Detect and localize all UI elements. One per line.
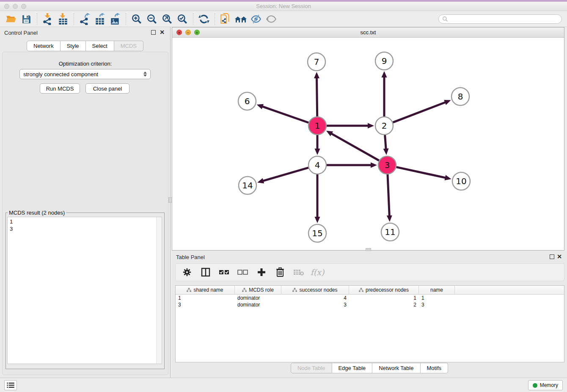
delete-table-button[interactable] [292,266,305,279]
add-column-button[interactable] [255,266,268,279]
window-minimize-button[interactable] [13,4,18,9]
graph-node-6[interactable]: 6 [238,92,256,110]
graph-edge-3-1[interactable] [331,133,379,160]
table-cell[interactable]: 1 [349,295,419,301]
table-cell[interactable]: dominator [235,302,281,308]
graph-node-15[interactable]: 15 [308,224,326,242]
memory-button[interactable]: Memory [528,380,563,390]
network-window-titlebar[interactable]: × − + scc.txt [172,28,564,38]
tab-motifs[interactable]: Motifs [420,363,448,373]
close-panel-button[interactable]: Close panel [85,83,129,94]
graph-node-7[interactable]: 7 [308,53,325,71]
table-cell[interactable]: 3 [281,302,349,308]
tab-network[interactable]: Network [27,41,61,51]
show-panels-button[interactable] [4,380,17,390]
import-table-button[interactable] [55,13,71,25]
graph-node-9[interactable]: 9 [375,52,393,70]
split-view-button[interactable] [199,266,212,279]
import-network-button[interactable] [40,13,55,25]
graph-edge-1-6[interactable] [262,106,308,123]
tab-node-table[interactable]: Node Table [291,363,332,373]
table-panel-float-button[interactable] [550,254,554,259]
control-panel-close-button[interactable]: ✕ [160,29,165,36]
graph-node-2[interactable]: 2 [375,117,393,135]
home-button[interactable] [233,13,248,25]
search-input[interactable] [448,15,561,23]
graph-edge-2-8[interactable] [393,102,446,122]
export-image-button[interactable] [107,13,123,25]
table-cell[interactable]: 3 [419,302,455,308]
delete-column-button[interactable] [274,266,286,279]
graph-edge-4-14[interactable] [263,168,308,181]
table-cell[interactable]: dominator [235,295,281,301]
zoom-selected-button[interactable] [175,13,190,25]
tab-select[interactable]: Select [86,41,114,51]
network-window-minimize-button[interactable]: − [185,30,191,35]
refresh-button[interactable] [196,13,212,25]
column-header-name[interactable]: name [419,286,455,294]
open-network-file-button[interactable] [218,13,233,25]
tab-network-table[interactable]: Network Table [372,363,420,373]
graph-edge-3-10[interactable] [396,167,446,178]
export-table-button[interactable] [92,13,107,25]
table-row[interactable]: 1dominator411 [176,295,564,301]
network-graph[interactable]: 7968124314101511 [172,38,564,250]
window-zoom-button[interactable] [21,4,26,9]
function-builder-button[interactable]: f(x) [311,266,324,279]
show-all-button[interactable] [264,13,279,25]
deselect-all-button[interactable] [237,266,249,279]
select-all-button[interactable] [218,266,231,279]
tab-style[interactable]: Style [61,41,86,51]
column-header-label: predecessor nodes [366,287,409,293]
graph-node-3[interactable]: 3 [378,156,396,174]
column-header-successor-nodes[interactable]: successor nodes [281,286,349,294]
window-close-button[interactable] [4,4,9,9]
import-network-icon [42,13,53,25]
graph-node-11[interactable]: 11 [381,223,399,241]
open-session-button[interactable] [3,13,19,25]
graph-node-14[interactable]: 14 [239,177,256,194]
node-table[interactable]: shared nameMCDS rolesuccessor nodesprede… [175,285,564,362]
table-row[interactable]: 3dominator323 [176,301,564,308]
table-header-row: shared nameMCDS rolesuccessor nodesprede… [176,286,564,295]
graph-node-10[interactable]: 10 [452,172,470,190]
mcds-result-scrollbar[interactable] [156,217,162,364]
select-stepper-icon [143,72,147,77]
table-cell[interactable]: 2 [349,302,419,308]
table-cell[interactable]: 1 [176,295,235,301]
run-mcds-button[interactable]: Run MCDS [40,83,80,94]
mcds-result-group: MCDS result (2 nodes) 1 3 [6,210,165,369]
tab-edge-table[interactable]: Edge Table [332,363,372,373]
graph-node-label: 15 [312,228,322,238]
graph-node-4[interactable]: 4 [308,156,326,174]
graph-edge-1-7[interactable] [317,77,317,116]
control-panel-float-button[interactable] [151,30,156,35]
graph-edge-arrowhead [383,149,389,155]
graph-edge-2-3[interactable] [385,135,386,149]
zoom-in-button[interactable] [129,13,144,25]
graph-node-8[interactable]: 8 [451,88,469,105]
table-cell[interactable]: 1 [419,295,455,301]
column-header-shared-name[interactable]: shared name [176,286,235,294]
table-cell[interactable]: 4 [281,295,349,301]
horizontal-splitter-handle[interactable] [366,248,371,251]
export-network-button[interactable] [77,13,92,25]
graph-edge-3-11[interactable] [388,174,389,216]
graph-edge-arrowhead [315,149,320,155]
tab-mcds[interactable]: MCDS [114,41,143,51]
zoom-out-button[interactable] [144,13,160,25]
criterion-select[interactable]: strongly connected component [19,69,151,79]
column-header-predecessor-nodes[interactable]: predecessor nodes [349,286,419,294]
table-cell[interactable]: 3 [176,302,235,308]
column-header-MCDS-role[interactable]: MCDS role [235,286,281,294]
table-settings-button[interactable] [181,266,193,279]
zoom-fit-button[interactable] [160,13,175,25]
network-window-close-button[interactable]: × [176,30,182,35]
network-window-zoom-button[interactable]: + [194,30,200,35]
hide-selected-button[interactable] [248,13,264,25]
search-box[interactable] [438,14,562,24]
graph-node-1[interactable]: 1 [308,117,326,135]
save-session-button[interactable] [19,13,34,25]
table-panel-title: Table Panel [176,254,205,260]
table-panel-close-button[interactable]: ✕ [557,253,562,260]
